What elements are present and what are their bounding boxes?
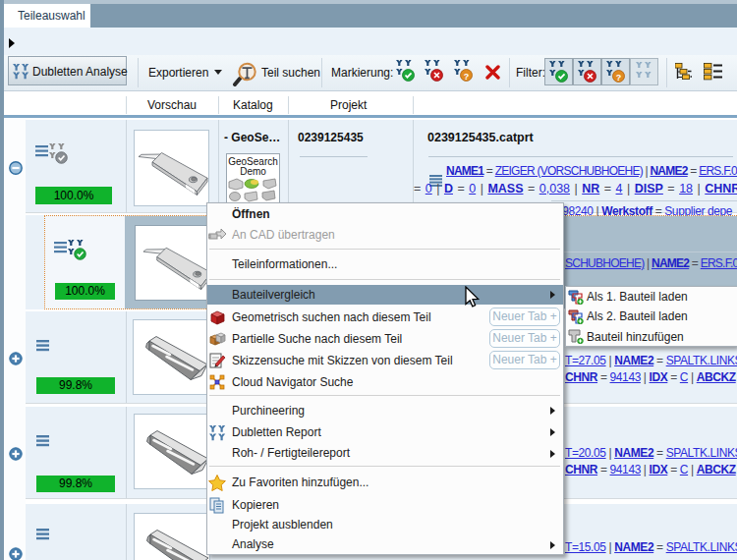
svg-text:?: ? [616,73,622,83]
svg-text:?: ? [464,72,470,82]
